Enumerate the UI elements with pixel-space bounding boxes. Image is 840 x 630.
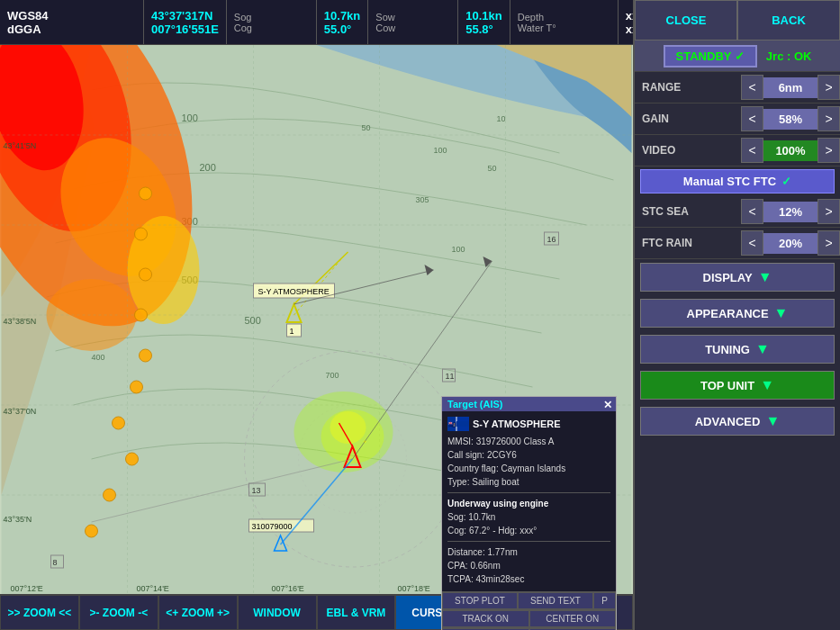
top-bar: WGS84 dGGA 43°37'317N 007°16'551E Sog Co… xyxy=(0,0,633,45)
standby-label: STANDBY xyxy=(676,50,732,63)
stc-sea-right-arrow[interactable]: > xyxy=(817,199,840,224)
map-area[interactable]: WGS84 dGGA 43°37'317N 007°16'551E Sog Co… xyxy=(0,0,633,630)
svg-text:S-Y ATMOSPHERE: S-Y ATMOSPHERE xyxy=(258,287,330,296)
svg-point-33 xyxy=(140,349,152,362)
vessel-distance: Distance: 1.77nm xyxy=(447,545,610,559)
stc-sea-value: 12% xyxy=(763,202,817,222)
video-row: VIDEO < 100% > xyxy=(635,135,840,166)
svg-text:43°37'0N: 43°37'0N xyxy=(4,407,37,416)
video-left-arrow[interactable]: < xyxy=(741,138,763,163)
standby-row: STANDBY ✓ Jrc : OK xyxy=(635,40,840,72)
close-btn[interactable]: CLOSE xyxy=(635,0,737,40)
appearance-btn[interactable]: APPEARANCE ▼ xyxy=(640,299,835,328)
appearance-arrow-icon: ▼ xyxy=(774,305,789,321)
sog-section: Sog Cog xyxy=(227,0,317,44)
right-panel: CLOSE BACK STANDBY ✓ Jrc : OK RANGE < 6n… xyxy=(633,0,840,630)
map-canvas[interactable]: 100 200 300 500 500 305 100 50 10 50 100… xyxy=(0,45,633,594)
vessel-sog: Sog: 10.7kn xyxy=(447,510,610,524)
svg-point-29 xyxy=(140,187,152,200)
ftc-rain-right-arrow[interactable]: > xyxy=(817,230,840,256)
svg-text:11: 11 xyxy=(446,372,455,381)
svg-point-34 xyxy=(131,381,143,393)
svg-text:310079000: 310079000 xyxy=(252,522,293,531)
svg-text:8: 8 xyxy=(53,558,58,567)
stop-plot-btn[interactable]: STOP PLOT xyxy=(442,592,518,609)
vessel-callsign: Call sign: 2CGY6 xyxy=(447,448,610,462)
sog-value: 10.7kn xyxy=(324,9,360,22)
gain-right-arrow[interactable]: > xyxy=(817,106,840,131)
manual-stc-ftc[interactable]: Manual STC FTC ✓ xyxy=(640,169,835,194)
svg-point-30 xyxy=(135,228,148,240)
svg-text:43°38'5N: 43°38'5N xyxy=(4,317,37,326)
svg-text:007°12'E: 007°12'E xyxy=(11,584,43,593)
cow-label: Cow xyxy=(375,22,450,33)
gain-value: 58% xyxy=(763,109,817,130)
gps-section: WGS84 dGGA xyxy=(0,0,144,44)
svg-text:100: 100 xyxy=(182,112,198,123)
gain-row: GAIN < 58% > xyxy=(635,104,840,135)
zoom-minus-btn[interactable]: >- ZOOM -< xyxy=(79,595,158,630)
popup-body: 🇰🇾 S-Y ATMOSPHERE MMSI: 319726000 Class … xyxy=(442,411,616,591)
svg-point-35 xyxy=(113,417,125,429)
sog-values: 10.7kn 55.0° xyxy=(317,0,368,44)
svg-text:13: 13 xyxy=(252,486,261,495)
stc-sea-label: STC SEA xyxy=(635,205,741,218)
stc-sea-row: STC SEA < 12% > xyxy=(635,196,840,228)
svg-rect-84 xyxy=(456,421,469,427)
zoom-in-btn[interactable]: >> ZOOM << xyxy=(0,595,79,630)
depth-values: xxx.xm xx.x°C xyxy=(619,0,633,44)
display-label: DISPLAY xyxy=(703,271,753,284)
back-btn[interactable]: BACK xyxy=(737,0,840,40)
gain-left-arrow[interactable]: < xyxy=(741,106,763,131)
display-btn[interactable]: DISPLAY ▼ xyxy=(640,263,835,292)
top-unit-btn[interactable]: TOP UNIT ▼ xyxy=(640,371,835,400)
ftc-rain-value: 20% xyxy=(763,233,817,254)
cow-value: 55.8° xyxy=(465,22,501,36)
popup-close-x[interactable]: ✕ xyxy=(603,399,612,411)
stc-sea-left-arrow[interactable]: < xyxy=(741,199,763,224)
zoom-plus-btn[interactable]: <+ ZOOM +> xyxy=(158,595,238,630)
manual-check: ✓ xyxy=(781,175,791,188)
rp-header: CLOSE BACK xyxy=(635,0,840,40)
p-btn[interactable]: P xyxy=(593,592,616,609)
vessel-status: Underway using engine xyxy=(447,497,610,510)
center-on-btn[interactable]: CENTER ON xyxy=(529,610,617,627)
ebl-vrm-btn[interactable]: EBL & VRM xyxy=(317,595,396,630)
standby-btn[interactable]: STANDBY ✓ xyxy=(664,45,757,68)
tuning-btn[interactable]: TUNING ▼ xyxy=(640,335,835,364)
depth-value: xxx.xm xyxy=(626,9,633,22)
svg-text:1: 1 xyxy=(290,327,294,336)
range-row: RANGE < 6nm > xyxy=(635,72,840,104)
range-left-arrow[interactable]: < xyxy=(741,75,763,100)
video-value: 100% xyxy=(763,140,817,161)
svg-text:007°14'E: 007°14'E xyxy=(137,584,169,593)
depth-label: Depth xyxy=(518,12,610,22)
track-on-btn[interactable]: TRACK ON xyxy=(442,610,529,627)
standby-check: ✓ xyxy=(735,50,745,63)
tuning-arrow-icon: ▼ xyxy=(755,341,770,357)
svg-text:500: 500 xyxy=(245,315,261,326)
sow-section: Sow Cow xyxy=(368,0,458,44)
range-right-arrow[interactable]: > xyxy=(817,75,840,100)
ftc-rain-left-arrow[interactable]: < xyxy=(741,230,763,256)
cog-value: 55.0° xyxy=(324,22,360,36)
ftc-rain-label: FTC RAIN xyxy=(635,237,741,249)
advanced-btn[interactable]: ADVANCED ▼ xyxy=(640,407,835,436)
vessel-tcpa: TCPA: 43min28sec xyxy=(447,572,610,586)
target-popup: Target (AIS) ✕ 🇰🇾 xyxy=(441,396,617,630)
position-section: 43°37'317N 007°16'551E xyxy=(144,0,227,44)
cog-label: Cog xyxy=(234,22,309,33)
send-text-btn[interactable]: SEND TEXT xyxy=(518,592,593,609)
svg-text:43°41'5N: 43°41'5N xyxy=(4,141,37,150)
svg-point-38 xyxy=(86,525,98,537)
appearance-label: APPEARANCE xyxy=(687,307,769,320)
svg-text:200: 200 xyxy=(200,162,216,173)
video-right-arrow[interactable]: > xyxy=(817,138,840,163)
window-btn[interactable]: WINDOW xyxy=(238,595,317,630)
gps-system: WGS84 xyxy=(7,9,136,22)
video-label: VIDEO xyxy=(635,144,741,157)
display-arrow-icon: ▼ xyxy=(758,269,772,285)
sow-label: Sow xyxy=(375,12,450,22)
lon-value: 007°16'551E xyxy=(151,22,219,36)
jrc-status: Jrc : OK xyxy=(766,50,812,63)
